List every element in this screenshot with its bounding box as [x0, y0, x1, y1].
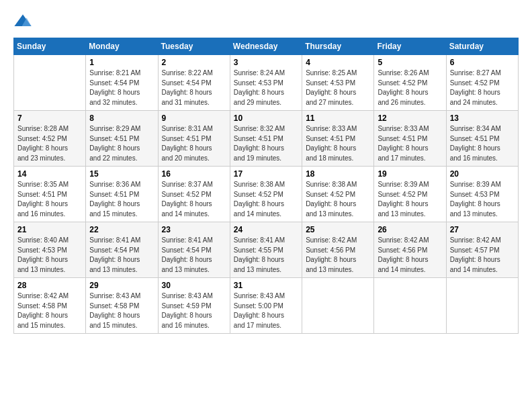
day-of-week-header: Saturday	[446, 38, 518, 55]
calendar-cell: 19Sunrise: 8:39 AM Sunset: 4:52 PM Dayli…	[374, 167, 446, 222]
calendar-cell: 28Sunrise: 8:42 AM Sunset: 4:58 PM Dayli…	[14, 278, 86, 334]
day-number: 9	[162, 113, 226, 123]
day-info: Sunrise: 8:27 AM Sunset: 4:52 PM Dayligh…	[450, 68, 515, 107]
day-number: 4	[306, 58, 370, 67]
calendar-cell: 11Sunrise: 8:33 AM Sunset: 4:51 PM Dayli…	[302, 111, 374, 167]
calendar-week-row: 1Sunrise: 8:21 AM Sunset: 4:54 PM Daylig…	[14, 55, 519, 111]
day-number: 6	[450, 58, 515, 67]
calendar-cell: 5Sunrise: 8:26 AM Sunset: 4:52 PM Daylig…	[374, 55, 446, 111]
day-info: Sunrise: 8:39 AM Sunset: 4:52 PM Dayligh…	[378, 180, 442, 219]
calendar-cell: 18Sunrise: 8:38 AM Sunset: 4:52 PM Dayli…	[302, 167, 374, 222]
day-info: Sunrise: 8:41 AM Sunset: 4:54 PM Dayligh…	[89, 236, 154, 275]
day-of-week-header: Thursday	[302, 38, 374, 55]
day-info: Sunrise: 8:33 AM Sunset: 4:51 PM Dayligh…	[378, 124, 442, 163]
day-number: 19	[378, 169, 442, 179]
day-number: 21	[17, 225, 82, 234]
calendar-cell: 23Sunrise: 8:41 AM Sunset: 4:54 PM Dayli…	[158, 222, 230, 278]
calendar-cell: 3Sunrise: 8:24 AM Sunset: 4:53 PM Daylig…	[230, 55, 302, 111]
day-info: Sunrise: 8:21 AM Sunset: 4:54 PM Dayligh…	[89, 68, 154, 107]
logo	[13, 12, 34, 31]
day-number: 30	[162, 281, 226, 290]
day-info: Sunrise: 8:38 AM Sunset: 4:52 PM Dayligh…	[306, 180, 370, 219]
day-of-week-header: Tuesday	[158, 38, 230, 55]
day-info: Sunrise: 8:29 AM Sunset: 4:51 PM Dayligh…	[89, 124, 154, 163]
day-info: Sunrise: 8:39 AM Sunset: 4:53 PM Dayligh…	[450, 180, 515, 219]
day-number: 5	[378, 58, 442, 67]
day-info: Sunrise: 8:41 AM Sunset: 4:55 PM Dayligh…	[234, 236, 298, 275]
calendar-cell: 20Sunrise: 8:39 AM Sunset: 4:53 PM Dayli…	[446, 167, 518, 222]
header	[13, 12, 519, 31]
calendar-cell: 10Sunrise: 8:32 AM Sunset: 4:51 PM Dayli…	[230, 111, 302, 167]
calendar-week-row: 7Sunrise: 8:28 AM Sunset: 4:52 PM Daylig…	[14, 111, 519, 167]
calendar-cell: 12Sunrise: 8:33 AM Sunset: 4:51 PM Dayli…	[374, 111, 446, 167]
calendar-cell: 6Sunrise: 8:27 AM Sunset: 4:52 PM Daylig…	[446, 55, 518, 111]
day-info: Sunrise: 8:43 AM Sunset: 4:58 PM Dayligh…	[89, 291, 154, 330]
day-number: 7	[17, 113, 82, 123]
calendar-cell: 17Sunrise: 8:38 AM Sunset: 4:52 PM Dayli…	[230, 167, 302, 222]
calendar-cell: 13Sunrise: 8:34 AM Sunset: 4:51 PM Dayli…	[446, 111, 518, 167]
day-number: 31	[234, 281, 298, 290]
day-info: Sunrise: 8:42 AM Sunset: 4:56 PM Dayligh…	[306, 236, 370, 275]
day-info: Sunrise: 8:25 AM Sunset: 4:53 PM Dayligh…	[306, 68, 370, 107]
day-number: 3	[234, 58, 298, 67]
day-number: 28	[17, 281, 82, 290]
day-info: Sunrise: 8:33 AM Sunset: 4:51 PM Dayligh…	[306, 124, 370, 163]
day-number: 27	[450, 225, 515, 234]
calendar-cell: 29Sunrise: 8:43 AM Sunset: 4:58 PM Dayli…	[86, 278, 158, 334]
logo-icon	[13, 12, 32, 31]
calendar-cell: 2Sunrise: 8:22 AM Sunset: 4:54 PM Daylig…	[158, 55, 230, 111]
day-number: 20	[450, 169, 515, 179]
calendar-cell: 24Sunrise: 8:41 AM Sunset: 4:55 PM Dayli…	[230, 222, 302, 278]
day-info: Sunrise: 8:37 AM Sunset: 4:52 PM Dayligh…	[162, 180, 226, 219]
calendar-cell: 26Sunrise: 8:42 AM Sunset: 4:56 PM Dayli…	[374, 222, 446, 278]
day-number: 18	[306, 169, 370, 179]
calendar-cell: 22Sunrise: 8:41 AM Sunset: 4:54 PM Dayli…	[86, 222, 158, 278]
day-info: Sunrise: 8:28 AM Sunset: 4:52 PM Dayligh…	[17, 124, 82, 163]
calendar-cell	[374, 278, 446, 334]
calendar-cell	[302, 278, 374, 334]
calendar-cell	[14, 55, 86, 111]
day-number: 25	[306, 225, 370, 234]
calendar-week-row: 14Sunrise: 8:35 AM Sunset: 4:51 PM Dayli…	[14, 167, 519, 222]
calendar-cell	[446, 278, 518, 334]
day-info: Sunrise: 8:24 AM Sunset: 4:53 PM Dayligh…	[234, 68, 298, 107]
day-number: 11	[306, 113, 370, 123]
calendar: SundayMondayTuesdayWednesdayThursdayFrid…	[13, 38, 519, 334]
day-info: Sunrise: 8:40 AM Sunset: 4:53 PM Dayligh…	[17, 236, 82, 275]
calendar-cell: 27Sunrise: 8:42 AM Sunset: 4:57 PM Dayli…	[446, 222, 518, 278]
day-info: Sunrise: 8:22 AM Sunset: 4:54 PM Dayligh…	[162, 68, 226, 107]
calendar-cell: 4Sunrise: 8:25 AM Sunset: 4:53 PM Daylig…	[302, 55, 374, 111]
day-number: 13	[450, 113, 515, 123]
calendar-cell: 7Sunrise: 8:28 AM Sunset: 4:52 PM Daylig…	[14, 111, 86, 167]
day-info: Sunrise: 8:42 AM Sunset: 4:57 PM Dayligh…	[450, 236, 515, 275]
day-info: Sunrise: 8:35 AM Sunset: 4:51 PM Dayligh…	[17, 180, 82, 219]
day-number: 24	[234, 225, 298, 234]
day-info: Sunrise: 8:42 AM Sunset: 4:56 PM Dayligh…	[378, 236, 442, 275]
calendar-cell: 25Sunrise: 8:42 AM Sunset: 4:56 PM Dayli…	[302, 222, 374, 278]
day-number: 26	[378, 225, 442, 234]
day-of-week-header: Wednesday	[230, 38, 302, 55]
day-number: 2	[162, 58, 226, 67]
day-of-week-header: Sunday	[14, 38, 86, 55]
day-info: Sunrise: 8:32 AM Sunset: 4:51 PM Dayligh…	[234, 124, 298, 163]
day-info: Sunrise: 8:41 AM Sunset: 4:54 PM Dayligh…	[162, 236, 226, 275]
calendar-header-row: SundayMondayTuesdayWednesdayThursdayFrid…	[14, 38, 519, 55]
day-info: Sunrise: 8:31 AM Sunset: 4:51 PM Dayligh…	[162, 124, 226, 163]
calendar-week-row: 28Sunrise: 8:42 AM Sunset: 4:58 PM Dayli…	[14, 278, 519, 334]
day-info: Sunrise: 8:38 AM Sunset: 4:52 PM Dayligh…	[234, 180, 298, 219]
day-number: 15	[89, 169, 154, 179]
day-number: 10	[234, 113, 298, 123]
day-number: 16	[162, 169, 226, 179]
day-number: 8	[89, 113, 154, 123]
day-info: Sunrise: 8:42 AM Sunset: 4:58 PM Dayligh…	[17, 291, 82, 330]
day-info: Sunrise: 8:43 AM Sunset: 4:59 PM Dayligh…	[162, 291, 226, 330]
day-info: Sunrise: 8:43 AM Sunset: 5:00 PM Dayligh…	[234, 291, 298, 330]
calendar-cell: 14Sunrise: 8:35 AM Sunset: 4:51 PM Dayli…	[14, 167, 86, 222]
day-number: 14	[17, 169, 82, 179]
calendar-cell: 8Sunrise: 8:29 AM Sunset: 4:51 PM Daylig…	[86, 111, 158, 167]
calendar-cell: 15Sunrise: 8:36 AM Sunset: 4:51 PM Dayli…	[86, 167, 158, 222]
calendar-week-row: 21Sunrise: 8:40 AM Sunset: 4:53 PM Dayli…	[14, 222, 519, 278]
day-info: Sunrise: 8:26 AM Sunset: 4:52 PM Dayligh…	[378, 68, 442, 107]
day-number: 22	[89, 225, 154, 234]
calendar-cell: 9Sunrise: 8:31 AM Sunset: 4:51 PM Daylig…	[158, 111, 230, 167]
